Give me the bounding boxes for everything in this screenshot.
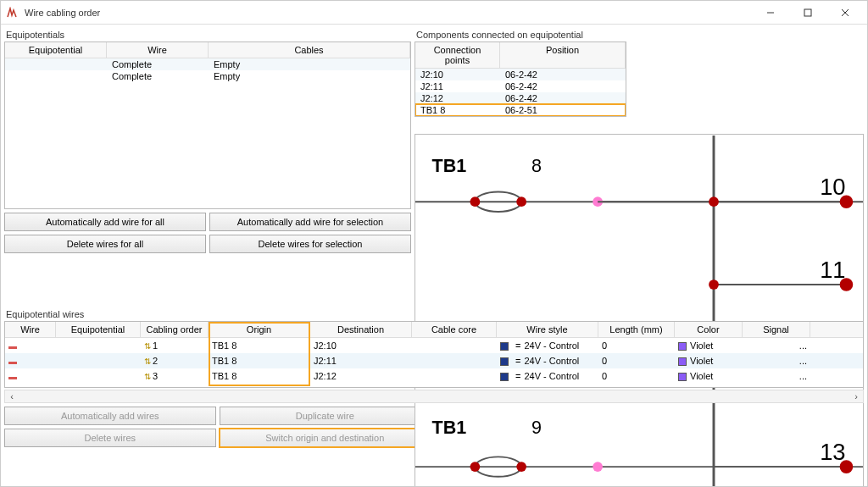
col-connection-points[interactable]: Connection points bbox=[415, 42, 500, 68]
style-swatch bbox=[500, 342, 509, 351]
delete-wires-button[interactable]: Delete wires bbox=[4, 429, 216, 447]
wire-row[interactable]: ⇅3TB1 8J2:12=24V - Control0Violet... bbox=[5, 368, 863, 384]
style-swatch bbox=[500, 357, 509, 366]
col-length[interactable]: Length (mm) bbox=[598, 322, 675, 337]
color-swatch bbox=[678, 357, 687, 366]
wire-row[interactable]: ⇅2TB1 8J2:11=24V - Control0Violet... bbox=[5, 353, 863, 368]
col-equipotential[interactable]: Equipotential bbox=[5, 42, 107, 58]
delete-selection-button[interactable]: Delete wires for selection bbox=[209, 235, 411, 253]
col-cabling-order[interactable]: Cabling order bbox=[141, 322, 209, 337]
col-wire-style[interactable]: Wire style bbox=[497, 322, 598, 337]
equipotential-row[interactable]: CompleteEmpty bbox=[5, 70, 410, 82]
wire-icon bbox=[8, 371, 17, 381]
svg-point-28 bbox=[709, 196, 719, 207]
cabling-icon: ⇅ bbox=[144, 372, 151, 381]
equipotentials-panel: Equipotentials Equipotential Wire Cables… bbox=[4, 28, 411, 253]
app-icon bbox=[4, 5, 19, 20]
tb1-label-b: TB1 bbox=[432, 418, 467, 438]
cabling-icon: ⇅ bbox=[144, 357, 151, 366]
window-title: Wire cabling order bbox=[25, 8, 752, 18]
preview-spacer bbox=[415, 122, 864, 132]
col-wire2[interactable]: Wire bbox=[5, 322, 56, 337]
svg-point-11 bbox=[516, 462, 526, 472]
schematic-preview: TB1 8 TB1 9 bbox=[415, 134, 864, 487]
tb1-label-a: TB1 bbox=[432, 156, 467, 176]
tb1-num-b: 9 bbox=[531, 418, 542, 438]
connected-label: Components connected on equipotential bbox=[415, 30, 626, 40]
delete-all-button[interactable]: Delete wires for all bbox=[4, 235, 206, 253]
equipotentials-grid[interactable]: Equipotential Wire Cables CompleteEmptyC… bbox=[4, 42, 411, 209]
titlebar: Wire cabling order bbox=[1, 1, 867, 25]
close-button[interactable] bbox=[826, 1, 864, 25]
wire-icon bbox=[8, 340, 17, 351]
connection-row[interactable]: J2:1106-2-42 bbox=[415, 80, 626, 92]
maximize-button[interactable] bbox=[789, 1, 826, 25]
connection-row[interactable]: J2:1206-2-42 bbox=[415, 92, 626, 104]
svg-text:13: 13 bbox=[820, 439, 845, 465]
duplicate-wire-button[interactable]: Duplicate wire bbox=[220, 407, 431, 425]
svg-text:11: 11 bbox=[820, 257, 845, 283]
col-equipotential2[interactable]: Equipotential bbox=[56, 322, 141, 337]
auto-add-wires-button[interactable]: Automatically add wires bbox=[4, 407, 216, 425]
svg-text:10: 10 bbox=[820, 174, 845, 200]
connected-grid[interactable]: Connection points Position J2:1006-2-42J… bbox=[415, 42, 626, 117]
svg-rect-1 bbox=[804, 9, 811, 16]
col-signal[interactable]: Signal bbox=[743, 322, 810, 337]
svg-point-8 bbox=[470, 196, 481, 207]
tb1-num-a: 8 bbox=[531, 156, 542, 176]
connection-row[interactable]: TB1 806-2-51 bbox=[415, 104, 626, 116]
style-swatch bbox=[500, 373, 509, 381]
cabling-icon: ⇅ bbox=[144, 341, 151, 351]
col-cable-core[interactable]: Cable core bbox=[412, 322, 497, 337]
col-color[interactable]: Color bbox=[675, 322, 743, 337]
eqwires-grid[interactable]: Wire Equipotential Cabling order Origin … bbox=[4, 321, 864, 388]
connection-row[interactable]: J2:1006-2-42 bbox=[415, 69, 626, 80]
color-swatch bbox=[678, 342, 687, 351]
minimize-button[interactable] bbox=[752, 1, 789, 25]
svg-point-9 bbox=[516, 196, 526, 207]
svg-point-13 bbox=[593, 462, 603, 472]
col-position[interactable]: Position bbox=[500, 42, 626, 68]
horizontal-scrollbar[interactable] bbox=[4, 390, 864, 403]
auto-add-all-button[interactable]: Automatically add wire for all bbox=[4, 213, 206, 231]
equipotentials-label: Equipotentials bbox=[4, 30, 411, 40]
wire-row[interactable]: ⇅1TB1 8J2:10=24V - Control0Violet... bbox=[5, 338, 863, 353]
color-swatch bbox=[678, 373, 687, 381]
col-origin[interactable]: Origin bbox=[209, 322, 310, 337]
wire-icon bbox=[8, 356, 17, 366]
auto-add-selection-button[interactable]: Automatically add wire for selection bbox=[209, 213, 411, 231]
equipotential-row[interactable]: CompleteEmpty bbox=[5, 58, 410, 70]
col-destination[interactable]: Destination bbox=[310, 322, 412, 337]
svg-point-10 bbox=[470, 462, 481, 472]
switch-origin-dest-button[interactable]: Switch origin and destination bbox=[220, 429, 431, 447]
col-wire[interactable]: Wire bbox=[107, 42, 209, 58]
connected-panel: Components connected on equipotential Co… bbox=[415, 28, 626, 117]
col-cables[interactable]: Cables bbox=[209, 42, 410, 58]
svg-point-29 bbox=[709, 279, 719, 290]
